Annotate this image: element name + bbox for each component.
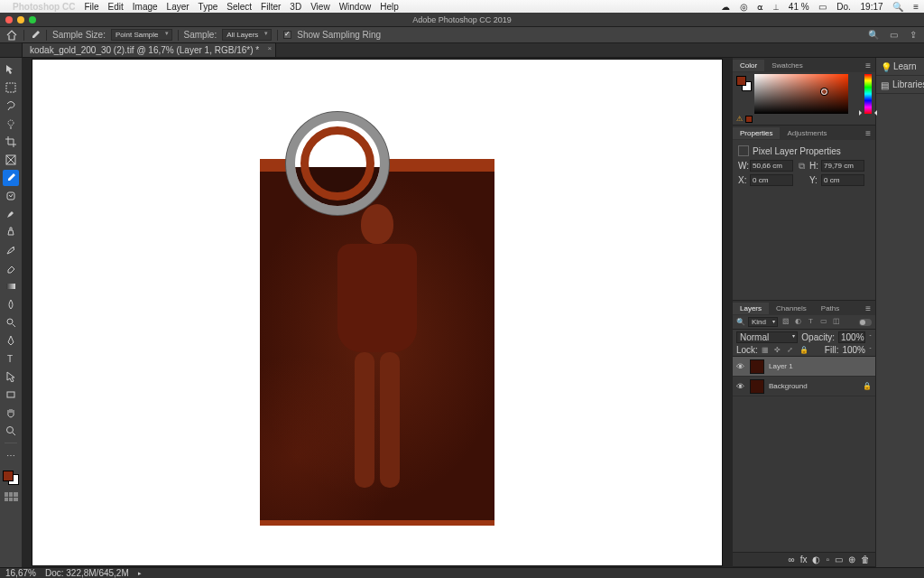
- window-titlebar[interactable]: Adobe Photoshop CC 2019: [0, 13, 924, 27]
- color-picker-indicator[interactable]: [821, 89, 827, 95]
- status-user-icon[interactable]: ⍺: [757, 2, 763, 12]
- show-sampling-ring-checkbox[interactable]: [283, 31, 291, 39]
- zoom-readout[interactable]: 16,67%: [5, 568, 36, 578]
- eyedropper-tool[interactable]: [3, 170, 19, 186]
- filter-pixel-icon[interactable]: ▧: [781, 317, 790, 327]
- menubar-app[interactable]: Photoshop CC: [13, 2, 75, 12]
- menu-type[interactable]: Type: [199, 2, 218, 12]
- color-swatches[interactable]: [3, 471, 19, 485]
- status-battery[interactable]: 41 %: [789, 2, 809, 12]
- gamut-warning-swatch[interactable]: [745, 116, 753, 123]
- layer-name[interactable]: Layer 1: [769, 362, 793, 370]
- status-day[interactable]: Do.: [836, 2, 851, 12]
- lock-pixels-icon[interactable]: ▦: [762, 346, 771, 354]
- blend-mode-dropdown[interactable]: Normal: [736, 331, 798, 343]
- dock-libraries[interactable]: ▤ Libraries: [876, 76, 924, 94]
- tab-adjustments[interactable]: Adjustments: [780, 127, 834, 139]
- new-layer-icon[interactable]: ⊕: [848, 555, 855, 564]
- status-menu-icon[interactable]: ≡: [913, 2, 919, 12]
- tab-swatches[interactable]: Swatches: [764, 60, 810, 71]
- doc-size-readout[interactable]: Doc: 322,8M/645,2M: [45, 568, 129, 578]
- crop-tool[interactable]: [3, 134, 19, 150]
- status-battery-icon[interactable]: ▭: [818, 2, 827, 12]
- rectangle-tool[interactable]: [3, 387, 19, 403]
- link-wh-icon[interactable]: ⧉: [796, 161, 807, 172]
- search-icon[interactable]: 🔍: [868, 30, 879, 41]
- tab-layers[interactable]: Layers: [733, 303, 769, 314]
- color-panel-menu-icon[interactable]: ≡: [861, 61, 875, 70]
- marquee-tool[interactable]: [3, 79, 19, 96]
- tab-paths[interactable]: Paths: [814, 303, 846, 314]
- layer-thumbnail[interactable]: [750, 359, 764, 374]
- dock-learn[interactable]: 💡 Learn: [876, 58, 924, 76]
- lock-position-icon[interactable]: ✜: [774, 346, 783, 354]
- gamut-warning-icon[interactable]: ⚠: [736, 115, 743, 123]
- dodge-tool[interactable]: [3, 314, 19, 331]
- layers-panel-menu-icon[interactable]: ≡: [861, 303, 875, 313]
- prop-w-input[interactable]: [750, 160, 793, 172]
- document-tab-close-icon[interactable]: ×: [268, 44, 273, 52]
- menu-3d[interactable]: 3D: [290, 2, 301, 12]
- tool-eyedropper-icon[interactable]: [30, 30, 41, 41]
- tab-properties[interactable]: Properties: [733, 127, 780, 139]
- tab-color[interactable]: Color: [733, 60, 764, 71]
- filter-shape-icon[interactable]: ▭: [818, 317, 828, 327]
- delete-layer-icon[interactable]: 🗑: [861, 555, 870, 564]
- edit-toolbar-icon[interactable]: ⋯: [3, 447, 19, 463]
- layer-mask-icon[interactable]: ◐: [812, 555, 820, 564]
- fill-input[interactable]: 100%: [842, 345, 865, 355]
- clone-stamp-tool[interactable]: [3, 224, 19, 240]
- sample-size-dropdown[interactable]: Point Sample: [111, 29, 172, 41]
- frame-tool[interactable]: [3, 152, 19, 168]
- status-time[interactable]: 19:17: [861, 2, 883, 12]
- layer-filter-kind[interactable]: Kind: [748, 317, 778, 327]
- group-layers-icon[interactable]: ▭: [835, 555, 843, 564]
- layer-thumbnail[interactable]: [750, 379, 764, 394]
- blur-tool[interactable]: [3, 296, 19, 312]
- prop-h-input[interactable]: [821, 160, 864, 172]
- zoom-tool[interactable]: [3, 423, 19, 439]
- eraser-tool[interactable]: [3, 260, 19, 276]
- type-tool[interactable]: T: [3, 350, 19, 367]
- status-wifi-icon[interactable]: ⟂: [773, 2, 779, 12]
- canvas-area[interactable]: [22, 58, 733, 567]
- link-layers-icon[interactable]: ∞: [789, 555, 795, 564]
- filter-adjust-icon[interactable]: ◐: [793, 317, 803, 327]
- tab-channels[interactable]: Channels: [769, 303, 814, 314]
- menu-filter[interactable]: Filter: [261, 2, 281, 12]
- lasso-tool[interactable]: [3, 98, 19, 114]
- menu-image[interactable]: Image: [133, 2, 158, 12]
- pen-tool[interactable]: [3, 332, 19, 349]
- menu-help[interactable]: Help: [380, 2, 399, 12]
- lock-all-icon[interactable]: 🔒: [799, 346, 808, 354]
- status-search-icon[interactable]: 🔍: [892, 2, 903, 12]
- layer-name[interactable]: Background: [769, 382, 808, 390]
- prop-x-input[interactable]: [750, 174, 793, 186]
- prop-y-input[interactable]: [821, 174, 864, 186]
- home-button[interactable]: [5, 29, 18, 42]
- layer-row[interactable]: 👁 Background 🔒: [733, 377, 875, 396]
- status-cc-icon[interactable]: ◎: [740, 2, 748, 12]
- menu-view[interactable]: View: [310, 2, 330, 12]
- quick-select-tool[interactable]: [3, 116, 19, 132]
- filter-toggle[interactable]: [859, 319, 872, 326]
- layer-visibility-icon[interactable]: 👁: [736, 362, 745, 371]
- properties-panel-menu-icon[interactable]: ≡: [861, 128, 875, 138]
- sample-dropdown[interactable]: All Layers: [222, 29, 272, 41]
- menu-layer[interactable]: Layer: [167, 2, 189, 12]
- document-tab[interactable]: kodak_gold_200_30 (2).tif @ 16,7% (Layer…: [22, 42, 276, 57]
- menu-select[interactable]: Select: [226, 2, 252, 12]
- layer-row[interactable]: 👁 Layer 1: [733, 357, 875, 377]
- layer-visibility-icon[interactable]: 👁: [736, 382, 745, 391]
- adjustment-layer-icon[interactable]: ▫: [826, 555, 829, 564]
- document-canvas[interactable]: [32, 60, 722, 565]
- brush-tool[interactable]: [3, 206, 19, 222]
- lock-artboard-icon[interactable]: ⤢: [787, 346, 796, 354]
- move-tool[interactable]: [3, 61, 19, 78]
- status-cloud-icon[interactable]: ☁︎: [721, 2, 730, 12]
- opacity-input[interactable]: 100%: [838, 331, 865, 343]
- layer-fx-icon[interactable]: fx: [800, 555, 808, 564]
- filter-smart-icon[interactable]: ◫: [831, 317, 841, 327]
- color-field[interactable]: [754, 74, 848, 114]
- filter-type-icon[interactable]: T: [806, 317, 816, 327]
